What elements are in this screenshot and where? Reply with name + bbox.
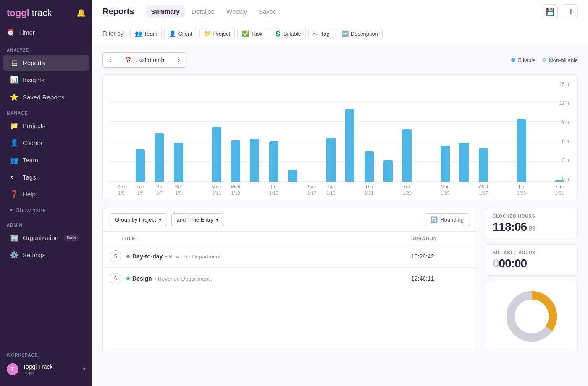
download-icon: ⬇	[567, 7, 574, 16]
billable-hours-value: 000:00	[493, 258, 571, 269]
workspace-avatar: T	[7, 363, 18, 375]
table-toolbar: Group by Project ▾ and Time Entry ▾ 🔄 Ro…	[103, 208, 477, 232]
chart-bar	[326, 138, 336, 182]
save-report-button[interactable]: 💾	[543, 4, 558, 19]
bar-group: Thu1/21	[360, 81, 378, 182]
organization-label: Organization	[23, 234, 58, 241]
chart-bar	[212, 127, 221, 182]
organization-icon: 🏢	[10, 234, 18, 242]
sidebar: toggl track 🔔 ⏰ Timer ANALYZE ▦ Reports …	[0, 0, 92, 386]
bar-label: Fri1/15	[269, 184, 278, 196]
help-label: Help	[23, 190, 36, 198]
table-row[interactable]: 6 Design • Revenue Department 12:46:11	[103, 268, 477, 290]
billable-main: 00:00	[499, 257, 527, 270]
donut-chart-card	[486, 281, 578, 352]
bar-label: Tue1/19	[326, 184, 335, 196]
bar-group	[378, 81, 397, 182]
filter-billable-button[interactable]: 💲Billable	[270, 28, 306, 39]
insights-icon: 📊	[10, 76, 18, 84]
filter-tag-button[interactable]: 🏷Tag	[308, 28, 334, 39]
row-duration: 15:28:42	[411, 253, 470, 260]
chevron-down-icon: ▾	[10, 207, 13, 213]
bar-group	[493, 81, 512, 182]
chart-y-labels: 0 h3 h6 h9 h12 h15 h	[559, 81, 571, 182]
sidebar-item-tags[interactable]: 🏷 Tags	[3, 169, 89, 185]
title-col-header[interactable]: TITLE ↑	[121, 236, 411, 241]
sidebar-item-insights[interactable]: 📊 Insights	[3, 72, 89, 88]
next-date-button[interactable]: ›	[171, 52, 186, 68]
nonbillable-legend-label: Non-billable	[549, 57, 578, 63]
bar-group: Tue1/19	[321, 81, 340, 182]
sidebar-item-settings[interactable]: ⚙️ Settings	[3, 247, 89, 263]
sidebar-item-reports[interactable]: ▦ Reports	[3, 55, 89, 71]
filter-client-button[interactable]: 👤Client	[164, 28, 197, 39]
tag-filter-icon: 🏷	[313, 30, 319, 37]
chart-bar	[288, 170, 297, 182]
y-label: 6 h	[559, 138, 571, 144]
bar-group: Tue1/5	[131, 81, 150, 182]
project-name: Day-to-day	[132, 253, 163, 260]
workspace-name: Toggl Track	[23, 363, 53, 370]
chart-bar	[136, 149, 145, 182]
bar-group: Sun1/17	[302, 81, 321, 182]
y-label: 15 h	[559, 81, 571, 87]
bar-label: Sat1/9	[175, 184, 182, 196]
y-label: 0 h	[559, 176, 571, 182]
client-name: • Revenue Department	[165, 253, 220, 260]
bar-group: Mon1/25	[436, 81, 454, 182]
tab-summary[interactable]: Summary	[146, 5, 185, 18]
tab-weekly[interactable]: Weekly	[221, 5, 252, 18]
next-icon: ›	[178, 57, 180, 63]
sidebar-item-saved-reports[interactable]: ⭐ Saved Reports	[3, 89, 89, 105]
bar-label: Thu1/7	[155, 184, 163, 196]
sidebar-item-team[interactable]: 👥 Team	[3, 152, 89, 168]
prev-icon: ‹	[109, 57, 111, 63]
bar-chart: Sun1/3Tue1/5Thu1/7Sat1/9Mon1/11Wed1/13Fr…	[102, 74, 578, 199]
top-navigation: Reports SummaryDetailedWeeklySaved 💾 ⬇	[92, 0, 588, 23]
insights-label: Insights	[23, 76, 45, 83]
sidebar-item-clients[interactable]: 👤 Clients	[3, 135, 89, 151]
billable-filter-icon: 💲	[274, 30, 281, 37]
sidebar-item-organization[interactable]: 🏢 Organization Beta	[3, 230, 89, 246]
page-title: Reports	[102, 7, 134, 16]
save-icon: 💾	[546, 7, 555, 16]
filter-project-button[interactable]: 📁Project	[200, 28, 235, 39]
chart-bar	[174, 143, 183, 182]
nonbillable-legend-dot	[542, 58, 546, 62]
bar-group: Sat1/9	[169, 81, 188, 182]
y-label: 3 h	[559, 157, 571, 163]
rounding-button[interactable]: 🔄 Rounding	[425, 213, 470, 226]
table-rows: 5 Day-to-day • Revenue Department 15:28:…	[103, 245, 477, 290]
sidebar-item-help[interactable]: ❓ Help	[3, 186, 89, 202]
reports-icon: ▦	[10, 59, 18, 67]
bar-group: Thu1/7	[150, 81, 169, 182]
filter-task-button[interactable]: ✅Task	[237, 28, 267, 39]
prev-date-button[interactable]: ‹	[102, 52, 118, 68]
bar-group	[455, 81, 474, 182]
workspace-item[interactable]: T Toggl Track Toggl ▾	[0, 359, 92, 379]
filter-description-button[interactable]: 🔤Description	[337, 28, 383, 39]
notification-bell-icon[interactable]: 🔔	[76, 8, 86, 18]
show-more-label: Show more	[16, 207, 46, 214]
date-range-label-text: Last month	[135, 57, 164, 63]
table-row[interactable]: 5 Day-to-day • Revenue Department 15:28:…	[103, 245, 477, 268]
date-range-selector[interactable]: 📅 Last month	[118, 52, 171, 68]
tab-saved[interactable]: Saved	[254, 5, 282, 18]
filter-by-label: Filter by:	[102, 30, 125, 37]
task-filter-icon: ✅	[242, 30, 249, 37]
admin-section-label: ADMIN	[0, 218, 92, 229]
donut-chart	[502, 287, 561, 346]
timer-nav-item[interactable]: ⏰ Timer	[0, 24, 92, 43]
bar-group: Sat1/23	[398, 81, 417, 182]
bar-label: Sat1/23	[403, 184, 412, 196]
team-icon: 👥	[10, 156, 18, 164]
sidebar-item-projects[interactable]: 📁 Projects	[3, 117, 89, 134]
filter-team-button[interactable]: 👥Team	[130, 28, 162, 39]
tab-detailed[interactable]: Detailed	[186, 5, 220, 18]
download-report-button[interactable]: ⬇	[563, 4, 578, 19]
show-more-button[interactable]: ▾ Show more	[0, 203, 92, 218]
and-time-entry-dropdown[interactable]: and Time Entry ▾	[171, 213, 224, 226]
group-by-dropdown[interactable]: Group by Project ▾	[110, 213, 167, 226]
bar-group: Wed1/27	[474, 81, 493, 182]
chart-bars: Sun1/3Tue1/5Thu1/7Sat1/9Mon1/11Wed1/13Fr…	[110, 81, 571, 182]
